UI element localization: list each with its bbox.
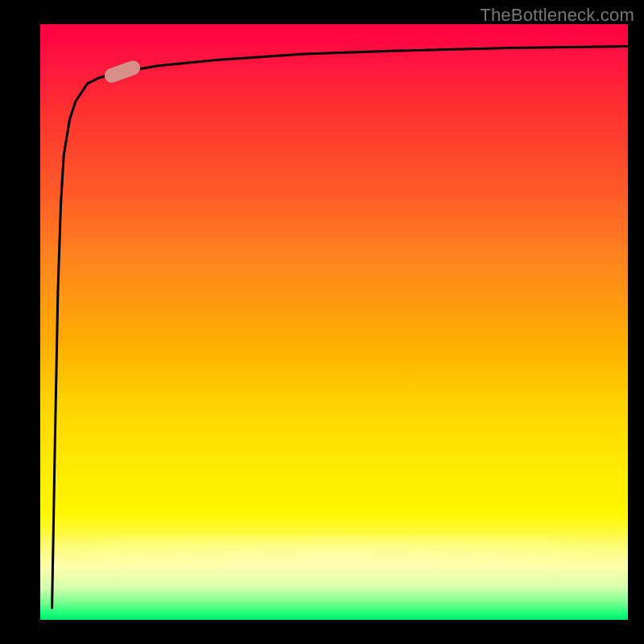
watermark-text: TheBottleneck.com (480, 5, 634, 26)
chart-container: TheBottleneck.com (0, 0, 644, 644)
plot-gradient-background (40, 24, 628, 620)
plot-outer (40, 24, 628, 620)
